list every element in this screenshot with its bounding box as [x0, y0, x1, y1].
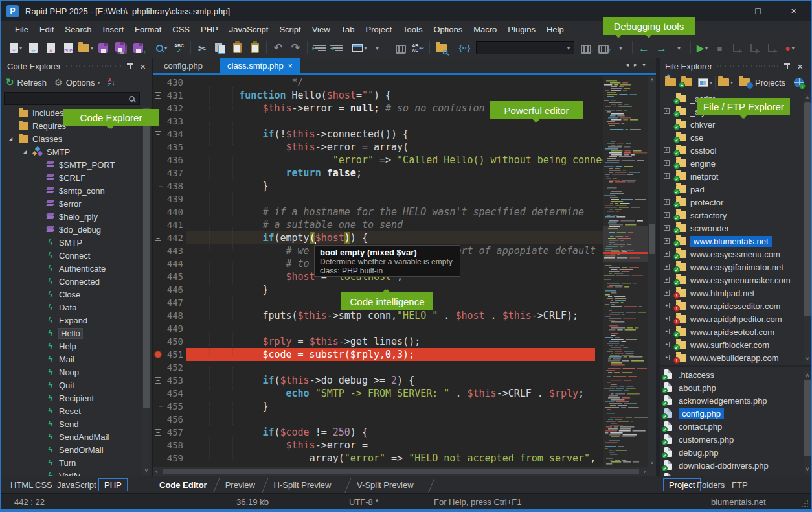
menu-help[interactable]: Help: [547, 25, 564, 34]
panel-tab-ftp[interactable]: FTP: [732, 476, 748, 493]
replace-icon[interactable]: ABAC↩: [410, 40, 426, 56]
folder-item-engine[interactable]: +✓engine: [660, 157, 804, 170]
code-snippets-icon[interactable]: {··}: [457, 40, 473, 56]
folder-item-www.rapidcsseditor.com[interactable]: +!www.rapidcsseditor.com: [660, 299, 804, 312]
new-from-template-icon[interactable]: <>: [25, 40, 41, 56]
file-item-download-dbdrivers.php[interactable]: ✓download-dbdrivers.php: [660, 459, 804, 472]
maximize-button[interactable]: □: [740, 1, 776, 21]
code-line-434[interactable]: –434 if(!$this->connected()) {: [153, 128, 603, 141]
tree-item-send[interactable]: ϟSend: [1, 417, 142, 430]
scroll-right-icon[interactable]: ›: [644, 467, 646, 476]
save-and-upload-icon[interactable]: ↑: [130, 40, 146, 56]
navigate-forward-icon[interactable]: →: [653, 40, 670, 56]
menu-script[interactable]: Script: [279, 25, 300, 34]
code-line-436[interactable]: 436 "error" => "Called Hello() without b…: [153, 154, 603, 167]
folder-select-icon[interactable]: [718, 78, 729, 86]
tab-next-icon[interactable]: ▸: [634, 61, 642, 68]
new-html-document-icon[interactable]: A: [43, 40, 59, 56]
pin-icon[interactable]: [126, 62, 133, 70]
scroll-down-icon[interactable]: ˅: [804, 356, 811, 362]
combo-caret-icon[interactable]: ▾: [563, 42, 574, 54]
expand-plus-icon[interactable]: +: [664, 264, 670, 270]
view-tab-code-editor[interactable]: Code Editor: [159, 476, 207, 493]
menu-insert[interactable]: Insert: [103, 25, 124, 34]
open-file-icon[interactable]: ▾: [78, 40, 94, 56]
code-line-451[interactable]: 451 $code = substr($rply,0,3);: [153, 348, 603, 361]
expand-plus-icon[interactable]: +: [664, 277, 670, 283]
menu-project[interactable]: Project: [366, 25, 392, 34]
resize-grip[interactable]: [801, 500, 809, 507]
folder-item-www.webuilderapp.com[interactable]: +!www.webuilderapp.com: [660, 351, 804, 364]
find-options-icon[interactable]: ▾: [613, 40, 629, 56]
tree-item-close[interactable]: ϟClose: [1, 288, 142, 301]
tab-config.php[interactable]: config.php: [156, 58, 210, 73]
code-line-442[interactable]: –442 if(empty($host)) {: [153, 231, 603, 244]
publish-globe-icon[interactable]: ↑: [794, 78, 804, 87]
caret-down-icon[interactable]: ▾: [364, 45, 367, 51]
folder-item-pad[interactable]: ✓pad: [660, 183, 804, 196]
tree-item-turn[interactable]: ϟTurn: [1, 456, 142, 469]
tree-item-sendandmail[interactable]: ϟSendAndMail: [1, 430, 142, 443]
doctype-tab-javascript[interactable]: JavaScript: [57, 476, 96, 493]
save-icon[interactable]: [95, 40, 111, 56]
tab-scroll-controls[interactable]: ◂▸▾: [626, 61, 651, 68]
quick-search-input[interactable]: [477, 43, 563, 52]
run-icon[interactable]: ▶▾: [694, 40, 710, 56]
tree-item-do_debug[interactable]: $do_debug: [1, 223, 142, 236]
record-macro-icon[interactable]: ●▾: [782, 40, 798, 56]
view-tab-preview[interactable]: Preview: [225, 476, 255, 493]
fold-marker-icon[interactable]: –: [155, 235, 161, 241]
cut-icon[interactable]: ✂: [194, 40, 210, 56]
code-line-441[interactable]: 441 # a suitable one to send: [153, 218, 603, 231]
paste-icon[interactable]: [229, 40, 245, 56]
find-previous-icon[interactable]: ↑: [595, 40, 611, 56]
fold-marker-icon[interactable]: –: [155, 131, 161, 137]
tree-item-error[interactable]: $error: [1, 197, 142, 210]
panel-divider[interactable]: [656, 58, 660, 476]
tree-item-helo_rply[interactable]: $helo_rply: [1, 210, 142, 223]
step-over-icon[interactable]: [729, 40, 745, 56]
folder-up-icon[interactable]: ↰: [665, 78, 676, 86]
options-caret-icon[interactable]: ▾: [97, 80, 100, 86]
minimize-button[interactable]: –: [705, 1, 740, 21]
folder-item-csstool[interactable]: +✓csstool: [660, 144, 804, 157]
navigate-options-icon[interactable]: ▾: [671, 40, 687, 56]
website-link[interactable]: blumentals.net: [711, 497, 766, 507]
folder-item-www.surfblocker.com[interactable]: +✓www.surfblocker.com: [660, 338, 804, 351]
fold-marker-icon[interactable]: –: [155, 92, 161, 99]
files-scrollbar[interactable]: ˄ ˅: [804, 371, 811, 474]
increase-indent-icon[interactable]: ▸: [311, 40, 327, 56]
code-explorer-scrollbar[interactable]: ˅: [142, 106, 150, 475]
expand-plus-icon[interactable]: +: [664, 199, 670, 205]
code-line-453[interactable]: –453 if($this->do_debug >= 2) {: [153, 374, 603, 387]
caret-down-icon[interactable]: ▾: [705, 45, 708, 51]
close-panel-icon[interactable]: ×: [797, 62, 803, 71]
folder-item-scrfactory[interactable]: +✓scrfactory: [660, 209, 804, 222]
tree-item-connect[interactable]: ϟConnect: [1, 249, 142, 262]
code-line-454[interactable]: 454 echo "SMTP -> FROM SERVER: " . $this…: [153, 387, 603, 400]
doctype-tab-css[interactable]: CSS: [35, 476, 52, 493]
menu-edit[interactable]: Edit: [39, 25, 54, 34]
tree-item-quit[interactable]: ϟQuit: [1, 378, 142, 391]
projects-folder-icon[interactable]: [739, 78, 750, 86]
tree-item-expand[interactable]: ϟExpand: [1, 314, 142, 327]
code-line-439[interactable]: 439: [153, 192, 603, 205]
code-line-452[interactable]: 452: [153, 361, 603, 374]
folder-item-inetprot[interactable]: +✓inetprot: [660, 170, 804, 183]
tree-item-help[interactable]: ϟHelp: [1, 340, 142, 353]
file-item-acknowledgements.php[interactable]: ✓acknowledgements.php: [660, 394, 804, 407]
menu-file[interactable]: File: [15, 25, 28, 34]
expand-plus-icon[interactable]: +: [664, 238, 670, 244]
code-line-457[interactable]: –457 if($code != 250) {: [153, 426, 603, 439]
folder-item-chkver[interactable]: ✓chkver: [660, 118, 804, 131]
folder-item-www.easygifanimator.net[interactable]: +✓www.easygifanimator.net: [660, 261, 804, 273]
tree-item-classes[interactable]: ◢Classes: [1, 132, 142, 145]
expand-plus-icon[interactable]: +: [664, 173, 670, 179]
menu-format[interactable]: Format: [135, 25, 161, 34]
pin-icon[interactable]: [784, 62, 791, 70]
code-line-437[interactable]: 437 return false;: [153, 167, 603, 180]
code-line-459[interactable]: 459 array("error" => "HELO not accepted …: [153, 452, 603, 465]
search-icon[interactable]: [129, 96, 135, 102]
expand-plus-icon[interactable]: +: [664, 329, 670, 334]
caret-down-icon[interactable]: ▾: [91, 45, 93, 51]
